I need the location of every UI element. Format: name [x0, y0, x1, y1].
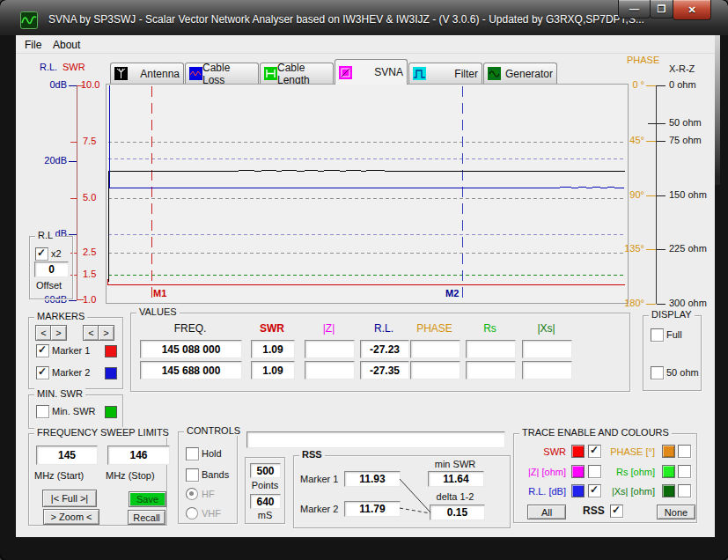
display-50ohm-checkbox[interactable]	[651, 366, 664, 379]
controls-group: CONTROLS Hold Bands HF VHF	[178, 431, 238, 524]
trace-rs-checkbox[interactable]	[678, 465, 691, 478]
maximize-icon: ❐	[658, 4, 666, 15]
min-swr-color-swatch[interactable]	[105, 406, 117, 418]
title-bar[interactable]: SVNA by SP3SWJ - Scalar Vector Network A…	[0, 0, 728, 35]
marker1-label: Marker 1	[52, 345, 90, 356]
ms-label: mS	[246, 510, 284, 520]
marker2-color-swatch[interactable]	[105, 367, 117, 379]
ohm-axis-tick	[657, 249, 665, 250]
trace-swr-label: SWR	[516, 446, 566, 457]
full-span-button[interactable]: |< Full >|	[42, 490, 97, 507]
marker1-next-button[interactable]: >	[50, 325, 67, 341]
group-title: RSS	[299, 449, 325, 460]
marker2-next-button[interactable]: >	[98, 325, 114, 341]
ohm-tick-label: 50 ohm	[669, 117, 702, 128]
values-header-rl: R.L.	[360, 322, 408, 335]
menu-bar: File About	[16, 35, 715, 54]
save-button[interactable]: Save	[129, 491, 166, 507]
tab-filter[interactable]: Filter	[408, 63, 482, 84]
values-header-swr: SWR	[251, 322, 293, 335]
swr-tick-label: 5.0	[83, 192, 96, 203]
stop-freq-label: MHz (Stop)	[106, 470, 155, 481]
trace-phase-checkbox[interactable]	[678, 445, 691, 458]
values-group: VALUES FREQ. SWR |Z| R.L. PHASE Rs |Xs| …	[130, 313, 630, 392]
bands-label: Bands	[202, 469, 229, 480]
hf-label: HF	[202, 489, 215, 499]
ohm-axis-tick	[657, 195, 665, 196]
hf-radio[interactable]	[186, 488, 198, 500]
swr-axis-tick	[70, 142, 77, 143]
x2-checkbox[interactable]	[35, 247, 48, 261]
marker2-label: Marker 2	[52, 367, 90, 378]
marker1-color-swatch[interactable]	[105, 345, 117, 357]
start-freq-label: MHz (Start)	[34, 470, 84, 481]
trace-rl-swatch[interactable]	[571, 484, 585, 497]
trace-z-swatch[interactable]	[571, 465, 585, 478]
recall-button[interactable]: Recall	[128, 510, 165, 525]
ms-value: 640	[250, 494, 281, 509]
minimize-button[interactable]: —	[618, 0, 651, 18]
ohm-tick-label: 150 ohm	[669, 189, 707, 200]
trace-rss-checkbox[interactable]	[610, 505, 623, 518]
tab-cable-loss[interactable]: Cable Loss	[185, 63, 259, 84]
rss-group: RSS Marker 1 11.93 Marker 2 11.79 min SW…	[293, 455, 511, 528]
stop-freq-input[interactable]: 146	[107, 446, 170, 465]
swr-tick-label: 2.5	[83, 247, 96, 257]
ohm-tick-label: 225 ohm	[669, 243, 707, 254]
group-title: VALUES	[136, 306, 180, 317]
display-full-label: Full	[666, 329, 682, 340]
rl-axis-tick	[69, 161, 77, 162]
maximize-button[interactable]: ❐	[650, 0, 673, 18]
rl-axis-header: R.L.	[40, 62, 57, 72]
trace-swr-swatch[interactable]	[571, 445, 585, 458]
trace-rl-checkbox[interactable]	[588, 484, 601, 497]
close-icon: ✕	[688, 4, 695, 16]
trace-swr-checkbox[interactable]	[588, 445, 601, 458]
rl-trace	[109, 85, 625, 188]
xrz-axis-header: X-R-Z	[669, 63, 695, 74]
marker1-checkbox[interactable]	[36, 344, 49, 357]
trace-rs-swatch[interactable]	[662, 465, 675, 478]
rl-offset-group: R.L x2 0 Offset	[29, 236, 73, 299]
marker2-checkbox[interactable]	[36, 366, 49, 379]
min-swr-checkbox[interactable]	[36, 405, 49, 418]
offset-input[interactable]: 0	[34, 262, 69, 277]
tab-generator[interactable]: Generator	[483, 63, 557, 84]
hold-label: Hold	[202, 448, 222, 459]
menu-about[interactable]: About	[49, 38, 84, 52]
trace-xs-swatch[interactable]	[662, 484, 675, 497]
display-full-checkbox[interactable]	[651, 328, 664, 342]
rl-axis-tick	[69, 234, 77, 235]
app-icon	[20, 11, 38, 29]
trace-none-button[interactable]: None	[657, 505, 695, 519]
ohm-tick-label: 75 ohm	[669, 135, 702, 145]
rss-marker1-label: Marker 1	[300, 474, 338, 484]
tab-svna[interactable]: SVNA	[335, 59, 408, 85]
xs-value-m1	[522, 340, 572, 358]
min-swr-label: Min. SWR	[52, 406, 96, 416]
hold-checkbox[interactable]	[186, 447, 199, 461]
group-title: TRACE ENABLE AND COLOURS	[519, 427, 672, 438]
tab-antenna[interactable]: Antenna	[110, 63, 184, 84]
vhf-radio[interactable]	[186, 507, 198, 519]
tab-cable-length[interactable]: Cable Length	[260, 63, 334, 84]
group-title: MIN. SWR	[34, 388, 85, 399]
zoom-button[interactable]: > Zoom <	[43, 509, 99, 525]
trace-phase-swatch[interactable]	[662, 445, 675, 458]
trace-xs-checkbox[interactable]	[678, 484, 691, 497]
timing-group: 500 Points 640 mS	[245, 457, 285, 524]
message-field[interactable]	[246, 431, 505, 448]
swr-axis-line	[77, 85, 77, 300]
start-freq-input[interactable]: 145	[36, 446, 98, 465]
close-button[interactable]: ✕	[673, 0, 711, 20]
swr-value-m1: 1.09	[251, 340, 295, 358]
menu-file[interactable]: File	[21, 38, 45, 52]
window-title: SVNA by SP3SWJ - Scalar Vector Network A…	[48, 13, 644, 26]
trace-all-button[interactable]: All	[527, 505, 566, 519]
bands-checkbox[interactable]	[186, 468, 199, 482]
markers-group: MARKERS < > < > Marker 1 Marker 2	[28, 317, 123, 389]
ohm-axis-tick	[657, 141, 665, 142]
chart-plot-area[interactable]: M1 M2	[106, 84, 629, 304]
trace-z-checkbox[interactable]	[588, 465, 601, 478]
vhf-label: VHF	[202, 508, 221, 519]
